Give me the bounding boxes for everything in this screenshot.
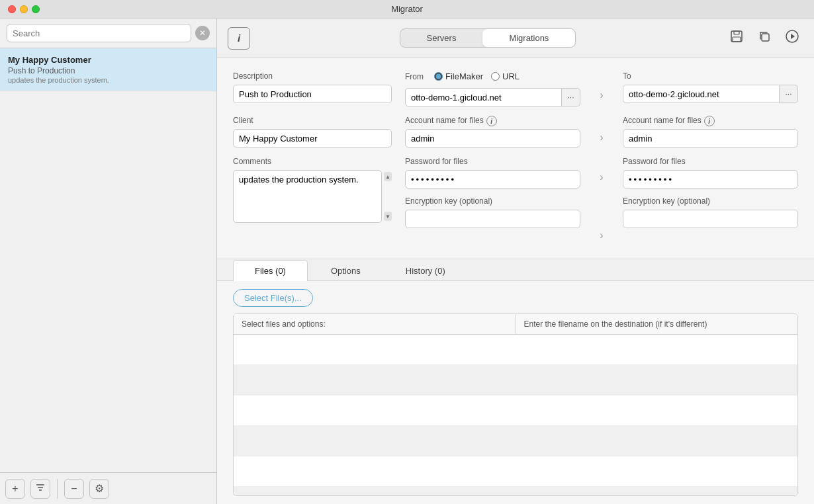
client-section: Client <box>233 116 392 147</box>
tab-servers[interactable]: Servers <box>400 29 483 47</box>
to-account-label-row: Account name for files i <box>623 116 798 126</box>
from-account-section: Account name for files i <box>405 116 580 147</box>
add-button[interactable]: + <box>5 479 25 499</box>
search-input[interactable] <box>7 24 191 42</box>
table-row <box>234 335 797 365</box>
textarea-scroll-up[interactable]: ▲ <box>384 172 392 181</box>
form-area: Description From FileMaker <box>217 58 814 259</box>
filemaker-radio[interactable] <box>434 72 443 81</box>
window-title: Migrator <box>391 4 423 14</box>
to-password-input[interactable] <box>623 170 798 189</box>
item-subtitle: Push to Production <box>8 66 208 75</box>
client-input[interactable] <box>233 129 392 147</box>
to-account-input[interactable] <box>623 129 798 147</box>
textarea-scroll-down[interactable]: ▼ <box>384 212 392 221</box>
table-row <box>234 456 797 487</box>
sidebar: ✕ My Happy Customer Push to Production u… <box>0 19 217 504</box>
run-button[interactable] <box>781 27 803 50</box>
comments-label: Comments <box>233 157 392 166</box>
from-label: From <box>405 72 424 81</box>
toolbar-actions <box>725 27 803 50</box>
files-area: Select File(s)... Select files and optio… <box>217 281 814 504</box>
tab-files[interactable]: Files (0) <box>233 260 308 281</box>
minimize-button[interactable] <box>20 5 28 13</box>
table-row <box>234 426 797 456</box>
duplicate-button[interactable] <box>753 27 776 50</box>
main-content: i Servers Migrations <box>217 19 814 504</box>
url-radio[interactable] <box>491 72 500 81</box>
to-section: To ··· <box>623 71 798 106</box>
to-server-input[interactable] <box>623 85 780 103</box>
item-name: My Happy Customer <box>8 55 208 65</box>
search-clear-button[interactable]: ✕ <box>195 26 210 40</box>
from-server-ellipsis-button[interactable]: ··· <box>562 88 580 106</box>
to-server-ellipsis-button[interactable]: ··· <box>780 85 798 103</box>
from-server-input[interactable] <box>405 88 562 106</box>
from-header: From FileMaker URL <box>405 71 580 81</box>
save-icon <box>729 29 744 47</box>
form-row-1: Description From FileMaker <box>233 71 798 106</box>
url-label: URL <box>502 71 520 81</box>
gear-icon: ⚙ <box>95 482 104 495</box>
arrow-col-2: › <box>594 116 610 147</box>
from-account-input[interactable] <box>405 129 580 147</box>
description-input[interactable] <box>233 85 392 103</box>
from-account-label-row: Account name for files i <box>405 116 580 126</box>
save-button[interactable] <box>725 27 748 50</box>
from-encryption-input[interactable] <box>405 210 580 228</box>
to-encryption-label: Encryption key (optional) <box>623 196 798 206</box>
comments-textarea[interactable]: updates the production system. <box>233 170 382 223</box>
sidebar-footer: + − ⚙ <box>0 472 216 504</box>
maximize-button[interactable] <box>32 5 40 13</box>
col-header-right: Enter the filename on the destination (i… <box>516 314 798 334</box>
arrow-col-3: › › <box>594 157 610 241</box>
close-button[interactable] <box>8 5 16 13</box>
account-info-icon[interactable]: i <box>486 116 497 126</box>
list-item[interactable]: My Happy Customer Push to Production upd… <box>0 48 216 91</box>
settings-button[interactable]: ⚙ <box>89 479 109 499</box>
to-encryption-input[interactable] <box>623 210 798 228</box>
tab-history[interactable]: History (0) <box>384 260 467 281</box>
to-password-label: Password for files <box>623 157 798 166</box>
from-server-field: ··· <box>405 88 580 106</box>
files-table-header: Select files and options: Enter the file… <box>234 314 797 335</box>
to-account-section: Account name for files i <box>623 116 798 147</box>
col-header-left: Select files and options: <box>234 314 516 334</box>
from-encryption-label: Encryption key (optional) <box>405 196 580 206</box>
arrow-icon-4: › <box>600 230 603 241</box>
toolbar: i Servers Migrations <box>217 19 814 58</box>
minus-icon: − <box>71 483 77 495</box>
svg-rect-5 <box>733 37 741 42</box>
title-bar: Migrator <box>0 0 814 19</box>
info-button[interactable]: i <box>228 27 250 50</box>
tab-options[interactable]: Options <box>309 260 383 281</box>
from-section: From FileMaker URL <box>405 71 580 106</box>
table-row <box>234 365 797 396</box>
to-password-section: Password for files Encryption key (optio… <box>623 157 798 241</box>
to-label: To <box>623 71 798 81</box>
to-account-info-icon[interactable]: i <box>704 116 715 126</box>
filter-button[interactable] <box>30 479 50 499</box>
files-table: Select files and options: Enter the file… <box>233 314 798 496</box>
footer-divider <box>57 479 58 499</box>
form-row-3: Comments updates the production system. … <box>233 157 798 241</box>
filter-icon <box>36 483 45 495</box>
tab-migrations[interactable]: Migrations <box>482 29 575 47</box>
select-files-button[interactable]: Select File(s)... <box>233 289 313 307</box>
segment-control: Servers Migrations <box>400 28 576 48</box>
comments-section: Comments updates the production system. … <box>233 157 392 241</box>
description-section: Description <box>233 71 392 106</box>
sidebar-search-bar: ✕ <box>0 19 216 48</box>
sidebar-list: My Happy Customer Push to Production upd… <box>0 48 216 472</box>
to-server-field: ··· <box>623 85 798 103</box>
plus-icon: + <box>12 483 18 495</box>
url-radio-label[interactable]: URL <box>491 71 520 81</box>
table-row <box>234 396 797 426</box>
from-password-input[interactable] <box>405 170 580 189</box>
forward-icon <box>785 29 799 47</box>
remove-button[interactable]: − <box>64 479 84 499</box>
ellipsis-icon-2: ··· <box>785 89 791 99</box>
filemaker-radio-label[interactable]: FileMaker <box>434 71 483 81</box>
client-label: Client <box>233 116 392 125</box>
info-icon: i <box>238 32 240 44</box>
